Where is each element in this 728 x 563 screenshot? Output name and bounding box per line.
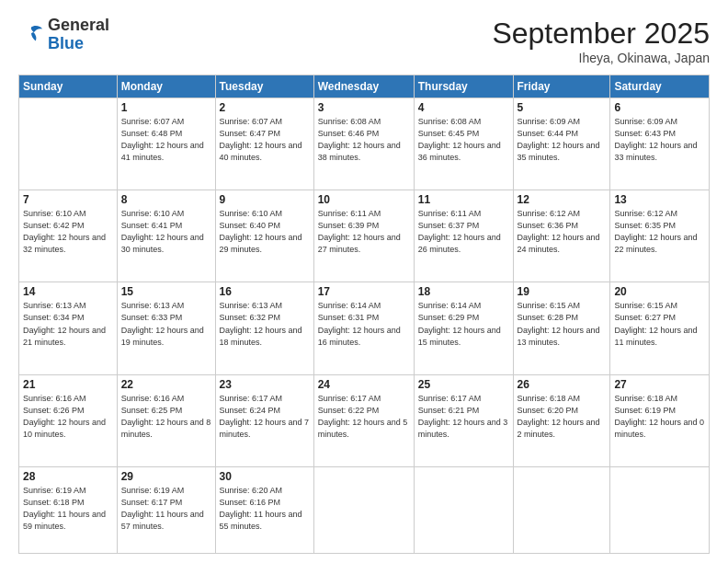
calendar-week-row: 28Sunrise: 6:19 AMSunset: 6:18 PMDayligh… — [19, 466, 710, 553]
day-info: Sunrise: 6:10 AMSunset: 6:42 PMDaylight:… — [23, 208, 113, 256]
logo-general: General — [48, 16, 109, 34]
calendar-week-row: 14Sunrise: 6:13 AMSunset: 6:34 PMDayligh… — [19, 282, 710, 374]
day-info: Sunrise: 6:17 AMSunset: 6:24 PMDaylight:… — [220, 393, 310, 441]
day-number: 11 — [418, 193, 509, 206]
day-number: 12 — [518, 193, 607, 206]
title-block: September 2025 Iheya, Okinawa, Japan — [492, 17, 710, 65]
day-number: 15 — [121, 285, 211, 298]
calendar-cell: 13Sunrise: 6:12 AMSunset: 6:35 PMDayligh… — [610, 190, 710, 282]
day-info: Sunrise: 6:11 AMSunset: 6:39 PMDaylight:… — [318, 208, 410, 256]
day-info: Sunrise: 6:07 AMSunset: 6:47 PMDaylight:… — [220, 116, 310, 164]
day-info: Sunrise: 6:12 AMSunset: 6:35 PMDaylight:… — [614, 208, 705, 256]
day-info: Sunrise: 6:20 AMSunset: 6:16 PMDaylight:… — [220, 485, 310, 533]
day-info: Sunrise: 6:08 AMSunset: 6:46 PMDaylight:… — [318, 116, 410, 164]
calendar-cell: 3Sunrise: 6:08 AMSunset: 6:46 PMDaylight… — [313, 98, 414, 190]
calendar-week-row: 1Sunrise: 6:07 AMSunset: 6:48 PMDaylight… — [19, 98, 710, 190]
calendar-cell: 10Sunrise: 6:11 AMSunset: 6:39 PMDayligh… — [313, 190, 414, 282]
calendar-cell: 14Sunrise: 6:13 AMSunset: 6:34 PMDayligh… — [19, 282, 118, 374]
weekday-header: Tuesday — [215, 75, 313, 98]
day-number: 3 — [318, 101, 410, 114]
day-number: 26 — [518, 378, 607, 391]
calendar-cell: 17Sunrise: 6:14 AMSunset: 6:31 PMDayligh… — [313, 282, 414, 374]
calendar-table: SundayMondayTuesdayWednesdayThursdayFrid… — [18, 75, 710, 554]
day-info: Sunrise: 6:17 AMSunset: 6:21 PMDaylight:… — [418, 393, 509, 441]
calendar-cell: 20Sunrise: 6:15 AMSunset: 6:27 PMDayligh… — [610, 282, 710, 374]
day-info: Sunrise: 6:14 AMSunset: 6:31 PMDaylight:… — [318, 300, 410, 348]
day-number: 29 — [121, 470, 211, 483]
logo-blue: Blue — [48, 34, 84, 52]
day-number: 9 — [220, 193, 310, 206]
weekday-header: Friday — [513, 75, 610, 98]
calendar-cell: 6Sunrise: 6:09 AMSunset: 6:43 PMDaylight… — [610, 98, 710, 190]
calendar-cell: 11Sunrise: 6:11 AMSunset: 6:37 PMDayligh… — [414, 190, 513, 282]
day-info: Sunrise: 6:18 AMSunset: 6:19 PMDaylight:… — [614, 393, 705, 441]
calendar-week-row: 21Sunrise: 6:16 AMSunset: 6:26 PMDayligh… — [19, 374, 710, 466]
day-number: 7 — [23, 193, 113, 206]
calendar-cell: 29Sunrise: 6:19 AMSunset: 6:17 PMDayligh… — [117, 466, 215, 553]
calendar-week-row: 7Sunrise: 6:10 AMSunset: 6:42 PMDaylight… — [19, 190, 710, 282]
weekday-header: Saturday — [610, 75, 710, 98]
location: Iheya, Okinawa, Japan — [492, 51, 710, 65]
day-number: 4 — [418, 101, 509, 114]
day-number: 14 — [23, 285, 113, 298]
calendar-cell: 19Sunrise: 6:15 AMSunset: 6:28 PMDayligh… — [513, 282, 610, 374]
weekday-header-row: SundayMondayTuesdayWednesdayThursdayFrid… — [19, 75, 710, 98]
day-info: Sunrise: 6:10 AMSunset: 6:41 PMDaylight:… — [121, 208, 211, 256]
day-info: Sunrise: 6:11 AMSunset: 6:37 PMDaylight:… — [418, 208, 509, 256]
day-number: 5 — [518, 101, 607, 114]
calendar-cell — [513, 466, 610, 553]
day-number: 30 — [220, 470, 310, 483]
day-info: Sunrise: 6:15 AMSunset: 6:27 PMDaylight:… — [614, 300, 705, 348]
calendar-cell: 2Sunrise: 6:07 AMSunset: 6:47 PMDaylight… — [215, 98, 313, 190]
calendar-cell: 30Sunrise: 6:20 AMSunset: 6:16 PMDayligh… — [215, 466, 313, 553]
header: General Blue September 2025 Iheya, Okina… — [18, 17, 710, 65]
calendar-cell: 7Sunrise: 6:10 AMSunset: 6:42 PMDaylight… — [19, 190, 118, 282]
day-info: Sunrise: 6:09 AMSunset: 6:44 PMDaylight:… — [518, 116, 607, 164]
logo-text: General Blue — [48, 17, 109, 53]
month-title: September 2025 — [492, 17, 710, 51]
calendar-cell — [19, 98, 118, 190]
day-number: 23 — [220, 378, 310, 391]
weekday-header: Thursday — [414, 75, 513, 98]
weekday-header: Sunday — [19, 75, 118, 98]
calendar-cell: 23Sunrise: 6:17 AMSunset: 6:24 PMDayligh… — [215, 374, 313, 466]
calendar-cell: 4Sunrise: 6:08 AMSunset: 6:45 PMDaylight… — [414, 98, 513, 190]
calendar-cell — [610, 466, 710, 553]
day-info: Sunrise: 6:09 AMSunset: 6:43 PMDaylight:… — [614, 116, 705, 164]
day-info: Sunrise: 6:18 AMSunset: 6:20 PMDaylight:… — [518, 393, 607, 441]
day-number: 19 — [518, 285, 607, 298]
day-info: Sunrise: 6:12 AMSunset: 6:36 PMDaylight:… — [518, 208, 607, 256]
page: General Blue September 2025 Iheya, Okina… — [0, 0, 728, 563]
calendar-cell: 15Sunrise: 6:13 AMSunset: 6:33 PMDayligh… — [117, 282, 215, 374]
day-number: 25 — [418, 378, 509, 391]
calendar-cell: 22Sunrise: 6:16 AMSunset: 6:25 PMDayligh… — [117, 374, 215, 466]
weekday-header: Monday — [117, 75, 215, 98]
calendar-cell — [414, 466, 513, 553]
calendar-cell: 25Sunrise: 6:17 AMSunset: 6:21 PMDayligh… — [414, 374, 513, 466]
day-number: 16 — [220, 285, 310, 298]
calendar-cell: 24Sunrise: 6:17 AMSunset: 6:22 PMDayligh… — [313, 374, 414, 466]
day-number: 27 — [614, 378, 705, 391]
calendar-cell: 26Sunrise: 6:18 AMSunset: 6:20 PMDayligh… — [513, 374, 610, 466]
day-info: Sunrise: 6:16 AMSunset: 6:26 PMDaylight:… — [23, 393, 113, 441]
calendar-cell: 16Sunrise: 6:13 AMSunset: 6:32 PMDayligh… — [215, 282, 313, 374]
calendar-cell: 18Sunrise: 6:14 AMSunset: 6:29 PMDayligh… — [414, 282, 513, 374]
day-info: Sunrise: 6:17 AMSunset: 6:22 PMDaylight:… — [318, 393, 410, 441]
day-info: Sunrise: 6:13 AMSunset: 6:33 PMDaylight:… — [121, 300, 211, 348]
day-number: 22 — [121, 378, 211, 391]
day-number: 2 — [220, 101, 310, 114]
day-info: Sunrise: 6:13 AMSunset: 6:34 PMDaylight:… — [23, 300, 113, 348]
calendar-cell: 5Sunrise: 6:09 AMSunset: 6:44 PMDaylight… — [513, 98, 610, 190]
day-info: Sunrise: 6:16 AMSunset: 6:25 PMDaylight:… — [121, 393, 211, 441]
calendar-cell: 27Sunrise: 6:18 AMSunset: 6:19 PMDayligh… — [610, 374, 710, 466]
day-info: Sunrise: 6:14 AMSunset: 6:29 PMDaylight:… — [418, 300, 509, 348]
day-number: 18 — [418, 285, 509, 298]
calendar-cell: 12Sunrise: 6:12 AMSunset: 6:36 PMDayligh… — [513, 190, 610, 282]
day-info: Sunrise: 6:07 AMSunset: 6:48 PMDaylight:… — [121, 116, 211, 164]
calendar-cell: 1Sunrise: 6:07 AMSunset: 6:48 PMDaylight… — [117, 98, 215, 190]
day-number: 8 — [121, 193, 211, 206]
day-info: Sunrise: 6:15 AMSunset: 6:28 PMDaylight:… — [518, 300, 607, 348]
calendar-cell: 8Sunrise: 6:10 AMSunset: 6:41 PMDaylight… — [117, 190, 215, 282]
day-number: 21 — [23, 378, 113, 391]
day-info: Sunrise: 6:19 AMSunset: 6:18 PMDaylight:… — [23, 485, 113, 533]
